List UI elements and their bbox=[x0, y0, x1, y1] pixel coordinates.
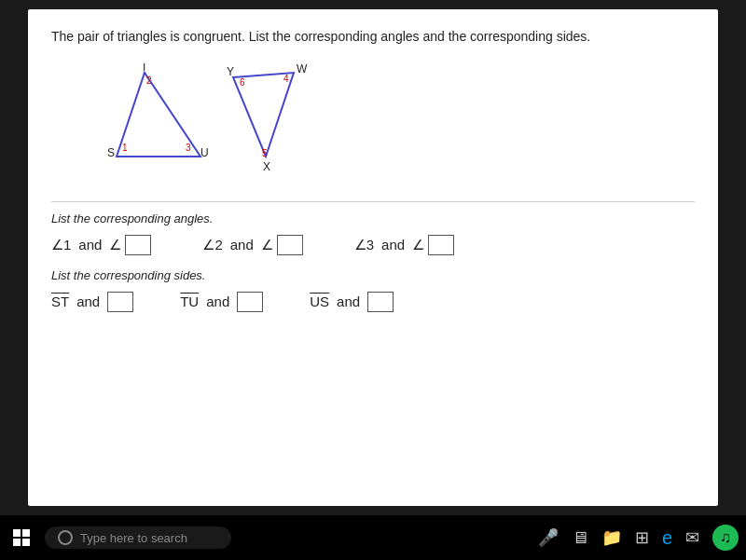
svg-rect-16 bbox=[13, 539, 21, 546]
side-tu-label: TU bbox=[180, 294, 199, 309]
angle3-symbol2: ∠ bbox=[412, 237, 424, 253]
side-item-us: US and bbox=[310, 292, 394, 312]
svg-rect-14 bbox=[13, 529, 21, 537]
svg-text:T: T bbox=[141, 63, 148, 74]
taskbar-system-icons: 🎤 🖥 📁 ⊞ e ✉ ♫ bbox=[538, 525, 739, 551]
svg-text:3: 3 bbox=[186, 143, 191, 153]
problem-title: The pair of triangles is congruent. List… bbox=[51, 28, 695, 47]
search-icon bbox=[58, 530, 73, 545]
angle-item-1: ∠1 and ∠ bbox=[51, 235, 151, 255]
angle1-and: and bbox=[78, 237, 102, 253]
svg-text:6: 6 bbox=[240, 77, 245, 88]
side-st-label: ST bbox=[51, 294, 69, 309]
svg-text:5: 5 bbox=[262, 148, 268, 158]
side-us-and: and bbox=[337, 294, 360, 309]
svg-text:S: S bbox=[107, 146, 115, 159]
angle3-symbol: ∠3 bbox=[354, 237, 374, 253]
angles-section-label: List the corresponding angles. bbox=[51, 212, 695, 225]
angle1-symbol: ∠1 bbox=[51, 237, 71, 253]
angle3-input[interactable] bbox=[428, 235, 454, 255]
svg-text:1: 1 bbox=[122, 143, 128, 153]
mail-icon[interactable]: ✉ bbox=[685, 527, 699, 548]
side-st-and: and bbox=[76, 294, 100, 309]
diagram-svg: S T U 1 2 3 Y W X 6 4 5 bbox=[89, 63, 350, 184]
sides-row: ST and TU and US and bbox=[51, 292, 695, 312]
taskbar: Type here to search 🎤 🖥 📁 ⊞ e ✉ ♫ bbox=[0, 515, 746, 560]
side-tu-input[interactable] bbox=[237, 292, 263, 312]
side-tu-and: and bbox=[206, 294, 229, 309]
angle2-symbol: ∠2 bbox=[202, 237, 222, 253]
side-st-input[interactable] bbox=[107, 292, 133, 312]
svg-text:U: U bbox=[200, 146, 209, 159]
spotify-icon[interactable]: ♫ bbox=[712, 525, 739, 551]
angle2-and: and bbox=[230, 237, 254, 253]
svg-text:4: 4 bbox=[283, 74, 289, 84]
search-bar[interactable]: Type here to search bbox=[45, 526, 231, 549]
tiles-icon[interactable]: ⊞ bbox=[635, 527, 649, 548]
svg-rect-17 bbox=[22, 539, 30, 546]
folder-icon[interactable]: 📁 bbox=[601, 527, 622, 548]
angle-item-2: ∠2 and ∠ bbox=[202, 235, 302, 255]
angle3-and: and bbox=[381, 237, 405, 253]
angle2-symbol2: ∠ bbox=[261, 237, 273, 253]
diagram-container: S T U 1 2 3 Y W X 6 4 5 bbox=[51, 63, 695, 184]
divider-1 bbox=[51, 201, 695, 202]
angle2-input[interactable] bbox=[277, 235, 303, 255]
microphone-icon[interactable]: 🎤 bbox=[538, 527, 559, 548]
svg-text:W: W bbox=[297, 63, 308, 75]
svg-text:Y: Y bbox=[227, 65, 234, 78]
search-placeholder: Type here to search bbox=[80, 531, 187, 545]
main-content: The pair of triangles is congruent. List… bbox=[28, 9, 718, 506]
desktop-icon[interactable]: 🖥 bbox=[572, 528, 588, 548]
svg-rect-15 bbox=[22, 529, 30, 537]
angle1-symbol2: ∠ bbox=[109, 237, 121, 253]
svg-text:2: 2 bbox=[146, 75, 152, 86]
angle1-input[interactable] bbox=[125, 235, 151, 255]
angles-row: ∠1 and ∠ ∠2 and ∠ ∠3 and ∠ bbox=[51, 235, 695, 255]
side-item-tu: TU and bbox=[180, 292, 263, 312]
side-us-label: US bbox=[310, 294, 329, 309]
windows-start-button[interactable] bbox=[7, 524, 35, 552]
sides-section-label: List the corresponding sides. bbox=[51, 268, 695, 282]
internet-explorer-icon[interactable]: e bbox=[662, 527, 672, 549]
angle-item-3: ∠3 and ∠ bbox=[354, 235, 454, 255]
side-us-input[interactable] bbox=[367, 292, 394, 312]
side-item-st: ST and bbox=[51, 292, 133, 312]
svg-text:X: X bbox=[263, 160, 270, 173]
